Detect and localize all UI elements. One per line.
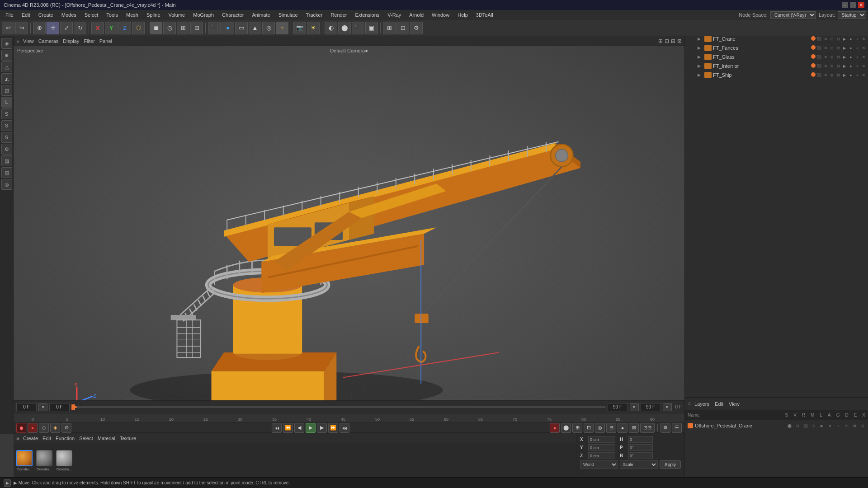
lctrl-6[interactable]: ● <box>827 423 833 428</box>
ft-crane-ctrl-6[interactable]: ● <box>848 36 854 42</box>
ft-glass-ctrl-7[interactable]: + <box>854 54 860 60</box>
mat-item-3[interactable]: Constru... <box>56 450 72 471</box>
ft-glass-ctrl-8[interactable]: ✕ <box>861 54 866 60</box>
pb-icon-1[interactable]: ● <box>550 423 560 433</box>
scale-button[interactable]: ⤢ <box>60 22 73 34</box>
pb-prev-key-btn[interactable]: ◀ <box>294 423 304 433</box>
lctrl-8[interactable]: ✕ <box>844 423 849 428</box>
lctrl-7[interactable]: + <box>835 423 841 428</box>
sidebar-tool-2[interactable]: ⊕ <box>1 50 12 61</box>
undo-button[interactable]: ↩ <box>2 22 14 34</box>
pb-icon-4[interactable]: ⊡ <box>584 423 594 433</box>
mat-menu-select[interactable]: Select <box>79 436 93 441</box>
layers-menu-view[interactable]: View <box>729 401 740 407</box>
menu-mesh[interactable]: Mesh <box>123 11 142 19</box>
ft-glass-ctrl-4[interactable]: ⊡ <box>835 54 841 60</box>
mat-hamburger-icon[interactable]: ≡ <box>16 435 19 441</box>
sidebar-tool-5[interactable]: ▧ <box>1 85 12 96</box>
lctrl-1[interactable]: ⬤ <box>787 423 792 428</box>
rotate-button[interactable]: ↻ <box>74 22 86 34</box>
menu-help[interactable]: Help <box>454 11 472 19</box>
menu-volume[interactable]: Volume <box>165 11 189 19</box>
ft-crane-ctrl-3[interactable]: ⊞ <box>829 36 835 42</box>
fps-nav-btn[interactable]: ▾ <box>663 403 672 411</box>
sidebar-tool-1[interactable]: ◈ <box>1 38 12 49</box>
node-space-select[interactable]: Current (V-Ray) <box>770 11 816 19</box>
pos-p-input[interactable] <box>628 444 653 451</box>
om-item-ft-interrior[interactable]: ▶ FT_Interrior ⬛ ✕ ⊞ ⊡ ▶ ● + ✕ <box>685 61 868 70</box>
pos-x-input[interactable] <box>588 436 615 443</box>
sidebar-tool-s2[interactable]: S <box>1 120 12 131</box>
ft-interrior-ctrl-4[interactable]: ⊡ <box>835 63 841 69</box>
fps-input[interactable] <box>641 403 661 411</box>
null-btn[interactable]: + <box>276 22 288 34</box>
end-frame-input[interactable] <box>608 403 628 411</box>
menu-extensions[interactable]: Extensions <box>351 11 383 19</box>
menu-spline[interactable]: Spline <box>143 11 164 19</box>
mat-item-2[interactable]: Constru... <box>36 450 52 471</box>
crane-scene[interactable]: Z Y X Grid Spacing : 500 cm <box>14 46 684 434</box>
sidebar-tool-4[interactable]: ◭ <box>1 73 12 84</box>
sphere-btn[interactable]: ● <box>222 22 234 34</box>
ft-fances-dot[interactable] <box>811 45 816 50</box>
menu-vray[interactable]: V-Ray <box>384 11 405 19</box>
x-axis-btn[interactable]: X <box>91 22 104 34</box>
menu-tracker[interactable]: Tracker <box>302 11 326 19</box>
pb-prev-frame-btn[interactable]: ⏪ <box>283 423 293 433</box>
menu-animate[interactable]: Animate <box>248 11 274 19</box>
lctrl-4[interactable]: ⊞ <box>811 423 816 428</box>
render-view-btn[interactable]: ▣ <box>365 22 378 34</box>
menu-window[interactable]: Window <box>428 11 453 19</box>
pb-record-btn[interactable]: ⏺ <box>16 423 26 433</box>
pos-b-input[interactable] <box>628 452 653 459</box>
mat-btn[interactable]: ⬤ <box>338 22 351 34</box>
mode-icon[interactable]: ▶ <box>4 479 11 487</box>
y-axis-btn[interactable]: Y <box>105 22 118 34</box>
end-frame-nav-btn[interactable]: ▾ <box>630 403 639 411</box>
vp-menu-view[interactable]: View <box>23 38 34 44</box>
cube-btn[interactable]: ⬛ <box>208 22 221 34</box>
ft-interrior-ctrl-8[interactable]: ✕ <box>861 63 866 69</box>
live-selection-button[interactable]: ⊕ <box>33 22 46 34</box>
ft-ship-ctrl-2[interactable]: ✕ <box>823 72 828 78</box>
pb-icon-5[interactable]: ◎ <box>595 423 605 433</box>
mat-item-1[interactable]: Constru... <box>16 450 33 471</box>
pos-y-input[interactable] <box>588 444 615 451</box>
mat-menu-texture[interactable]: Texture <box>120 436 136 441</box>
sidebar-tool-8[interactable]: ▤ <box>1 167 12 178</box>
obj-btn-2[interactable]: ◷ <box>163 22 176 34</box>
ft-glass-dot[interactable] <box>811 54 816 59</box>
pb-next-key-btn[interactable]: ▶ <box>317 423 327 433</box>
pb-next-frame-btn[interactable]: ⏩ <box>328 423 338 433</box>
menu-file[interactable]: File <box>2 11 17 19</box>
ft-interrior-dot[interactable] <box>811 63 816 68</box>
vp-menu-display[interactable]: Display <box>63 38 79 44</box>
ft-interrior-ctrl-1[interactable]: ⬛ <box>816 63 822 69</box>
pb-icon-7[interactable]: ● <box>618 423 627 433</box>
menu-character[interactable]: Character <box>218 11 247 19</box>
slider-handle[interactable] <box>71 404 75 410</box>
vp-menu-panel[interactable]: Panel <box>99 38 112 44</box>
ft-ship-dot[interactable] <box>811 72 816 77</box>
settings-btn[interactable]: ⚙ <box>410 22 423 34</box>
pb-record-stop-btn[interactable]: ● <box>28 423 38 433</box>
lctrl-3[interactable]: ⬛ <box>803 423 808 428</box>
vp-icon-1[interactable]: ⊞ <box>658 38 663 44</box>
ft-interrior-ctrl-7[interactable]: + <box>854 63 860 69</box>
ft-interrior-ctrl-2[interactable]: ✕ <box>823 63 828 69</box>
pb-icon-8[interactable]: ⊠ <box>629 423 639 433</box>
mat-menu-create[interactable]: Create <box>23 436 38 441</box>
current-frame-input[interactable] <box>16 403 37 411</box>
mat-menu-edit[interactable]: Edit <box>42 436 51 441</box>
ft-crane-ctrl-7[interactable]: + <box>854 36 860 42</box>
pos-h-input[interactable] <box>628 436 653 443</box>
ft-fances-ctrl-4[interactable]: ⊡ <box>835 45 841 51</box>
layers-menu-layers[interactable]: Layers <box>694 401 709 407</box>
ft-fances-ctrl-5[interactable]: ▶ <box>842 45 847 51</box>
ft-ship-ctrl-8[interactable]: ✕ <box>861 72 866 78</box>
om-item-ft-glass[interactable]: ▶ FT_Glass ⬛ ✕ ⊞ ⊡ ▶ ● + ✕ <box>685 52 868 61</box>
ft-ship-ctrl-1[interactable]: ⬛ <box>816 72 822 78</box>
ft-crane-ctrl-8[interactable]: ✕ <box>861 36 866 42</box>
vp-icon-3[interactable]: ⊟ <box>671 38 675 44</box>
ft-ship-ctrl-6[interactable]: ● <box>848 72 854 78</box>
